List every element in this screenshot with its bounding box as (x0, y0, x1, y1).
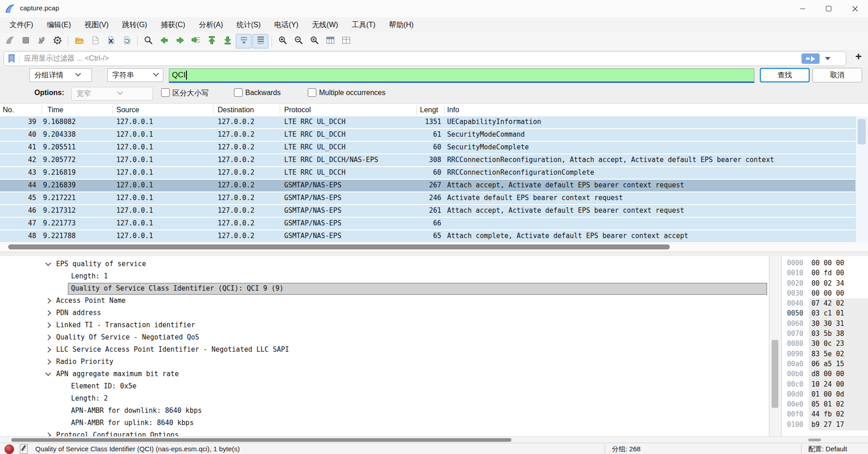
add-filter-button[interactable]: + (855, 50, 862, 63)
packet-row[interactable]: 479.221773127.0.0.1127.0.0.2GSMTAP/NAS-E… (0, 218, 856, 230)
menu-item[interactable]: 视图(V) (78, 17, 115, 33)
scrollbar-thumb[interactable] (772, 340, 778, 408)
menu-item[interactable]: 捕获(C) (154, 17, 192, 33)
zoom-out-button[interactable] (291, 34, 306, 48)
open-file-button[interactable] (72, 34, 86, 48)
colorize-button[interactable] (253, 34, 268, 48)
menu-item[interactable]: 统计(S) (230, 17, 267, 33)
menu-item[interactable]: 帮助(H) (382, 17, 420, 33)
hex-row[interactable]: 00e005 01 02 (782, 400, 868, 410)
zoom-in-button[interactable] (275, 34, 290, 48)
hex-row[interactable]: 006030 30 31 (782, 319, 868, 329)
charset-select[interactable]: 宽窄 (72, 87, 153, 100)
column-header-protocol[interactable]: Protocol (284, 104, 311, 116)
column-header-source[interactable]: Source (116, 104, 139, 116)
column-header-destination[interactable]: Destination (218, 104, 254, 116)
hex-row[interactable]: 00d001 00 0d (782, 390, 868, 400)
column-divider[interactable] (416, 105, 417, 115)
packet-row[interactable]: 459.217221127.0.0.1127.0.0.2GSMTAP/NAS-E… (0, 192, 856, 205)
find-button[interactable]: 查找 (760, 68, 810, 82)
detail-row[interactable]: LLC Service Access Point Identifier - Ne… (0, 344, 769, 356)
menu-item[interactable]: 编辑(E) (40, 17, 77, 33)
detail-row[interactable]: APN-AMBR for downlink: 8640 kbps (0, 405, 769, 417)
detail-row[interactable]: Quality Of Service - Negotiated QoS (0, 332, 769, 344)
hex-horizontal-scrollbar-thumb[interactable] (808, 439, 821, 441)
bookmark-icon[interactable] (7, 54, 17, 64)
go-forward-button[interactable] (172, 34, 187, 48)
hex-row[interactable]: 008030 0c 23 (782, 339, 868, 349)
menu-item[interactable]: 无线(W) (305, 17, 345, 33)
apply-filter-button[interactable] (801, 53, 820, 64)
go-to-top-button[interactable] (204, 34, 219, 48)
column-header-lengt[interactable]: Lengt (420, 104, 438, 116)
column-divider[interactable] (214, 105, 214, 115)
expand-icon[interactable] (45, 432, 51, 436)
column-divider[interactable] (444, 105, 444, 115)
expand-icon[interactable] (45, 298, 51, 304)
hex-row[interactable]: 000000 00 00 (782, 258, 868, 268)
column-divider[interactable] (280, 105, 280, 115)
packet-row[interactable]: 419.205511127.0.0.1127.0.0.2LTE RRC UL_D… (0, 142, 856, 154)
detail-row[interactable]: EPS quality of service (0, 258, 769, 271)
menu-item[interactable]: 文件(F) (3, 17, 40, 33)
cancel-button[interactable]: 取消 (812, 68, 862, 82)
close-button[interactable] (842, 0, 868, 17)
expand-icon[interactable] (45, 322, 51, 328)
detail-row[interactable]: Quality of Service Class Identifier (QCI… (0, 283, 769, 295)
hex-row[interactable]: 002000 02 34 (782, 279, 868, 289)
packet-list-horizontal-scrollbar[interactable] (0, 243, 868, 252)
find-packet-button[interactable] (141, 34, 156, 48)
menu-item[interactable]: 电话(Y) (267, 17, 305, 33)
stop-capture-button[interactable] (18, 34, 33, 48)
hex-row[interactable]: 005003 c1 01 (782, 309, 868, 319)
detail-row[interactable]: Length: 1 (0, 271, 769, 283)
detail-row[interactable]: PDN address (0, 307, 769, 320)
hex-row[interactable]: 00b0d8 00 00 (782, 369, 868, 379)
expand-icon[interactable] (45, 347, 51, 353)
detail-row[interactable]: Access Point Name (0, 295, 769, 307)
case-sensitive-checkbox[interactable] (161, 88, 170, 97)
scrollbar-thumb[interactable] (8, 244, 670, 249)
filter-history-caret-icon[interactable] (825, 57, 830, 60)
expand-icon[interactable] (45, 335, 51, 340)
menu-item[interactable]: 工具(T) (345, 17, 382, 33)
detail-row[interactable]: Protocol Configuration Options (0, 430, 769, 436)
hex-row[interactable]: 007003 5b 38 (782, 329, 868, 339)
detail-row[interactable]: APN-AMBR for uplink: 8640 kbps (0, 417, 769, 430)
column-divider[interactable] (42, 105, 42, 115)
backwards-checkbox[interactable] (234, 88, 243, 97)
column-header-no[interactable]: No. (3, 104, 14, 116)
expand-icon[interactable] (45, 310, 51, 316)
packet-row[interactable]: 409.204338127.0.0.1127.0.0.2LTE RRC DL_D… (0, 129, 856, 142)
save-file-button[interactable]: 0101 (87, 34, 102, 48)
capture-options-button[interactable] (50, 34, 65, 48)
minimize-button[interactable] (789, 0, 816, 17)
find-input[interactable]: QCI (169, 68, 754, 83)
packet-row[interactable]: 399.168082127.0.0.1127.0.0.2LTE RRC UL_D… (0, 116, 856, 129)
hex-row[interactable]: 00c010 24 00 (782, 380, 868, 390)
expert-info-icon[interactable] (5, 444, 14, 454)
packet-row[interactable]: 489.221788127.0.0.1127.0.0.2GSMTAP/NAS-E… (0, 230, 856, 243)
collapse-icon[interactable] (45, 260, 51, 266)
packet-row[interactable]: 449.216839127.0.0.1127.0.0.2GSMTAP/NAS-E… (0, 180, 856, 192)
detail-row[interactable]: Length: 2 (0, 393, 769, 405)
go-to-bottom-button[interactable] (220, 34, 235, 48)
column-divider[interactable] (112, 105, 113, 115)
menu-item[interactable]: 分析(A) (192, 17, 229, 33)
hex-row[interactable]: 00f044 fb 02 (782, 410, 868, 420)
maximize-button[interactable] (816, 0, 842, 17)
reload-file-button[interactable] (119, 34, 134, 48)
detail-horizontal-scrollbar-thumb[interactable] (11, 438, 511, 442)
hex-row[interactable]: 009083 5e 02 (782, 349, 868, 359)
detail-vertical-scrollbar[interactable] (769, 256, 781, 436)
start-capture-button[interactable] (2, 34, 17, 48)
close-file-button[interactable] (103, 34, 118, 48)
expand-icon[interactable] (45, 359, 51, 365)
hex-row[interactable]: 001000 fd 00 (782, 268, 868, 278)
go-to-packet-button[interactable] (188, 34, 203, 48)
scrollbar-thumb[interactable] (858, 119, 866, 144)
detail-row[interactable]: Element ID: 0x5e (0, 381, 769, 393)
hex-row[interactable]: 00a006 a5 15 (782, 359, 868, 369)
packet-row[interactable]: 469.217312127.0.0.1127.0.0.2GSMTAP/NAS-E… (0, 205, 856, 218)
column-header-info[interactable]: Info (447, 104, 459, 116)
